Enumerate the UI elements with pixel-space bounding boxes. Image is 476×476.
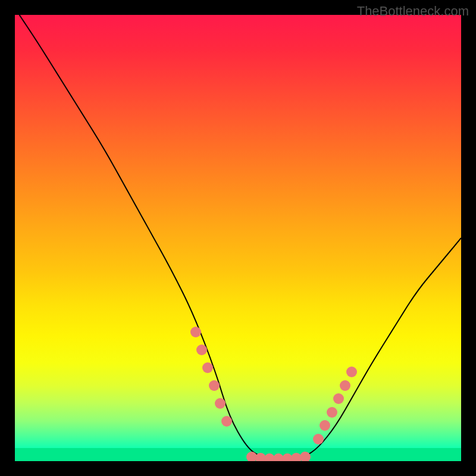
data-dot-left [196, 345, 207, 355]
data-dot-right [327, 407, 337, 418]
watermark-text: TheBottleneck.com [357, 4, 469, 19]
plot-area [15, 15, 461, 461]
curve-svg [15, 15, 461, 461]
data-dot-right [333, 393, 344, 404]
data-dot-right [340, 380, 350, 391]
data-dot-right [346, 367, 357, 377]
data-dot-left [221, 416, 232, 427]
data-dot-left [202, 362, 213, 373]
data-dot-left [190, 327, 201, 337]
data-dot-right [313, 434, 324, 444]
data-dot-bottom [300, 452, 311, 462]
data-dot-right [320, 420, 330, 431]
data-dot-left [209, 380, 220, 391]
bottleneck-curve [20, 15, 462, 459]
data-dot-left [215, 398, 226, 409]
